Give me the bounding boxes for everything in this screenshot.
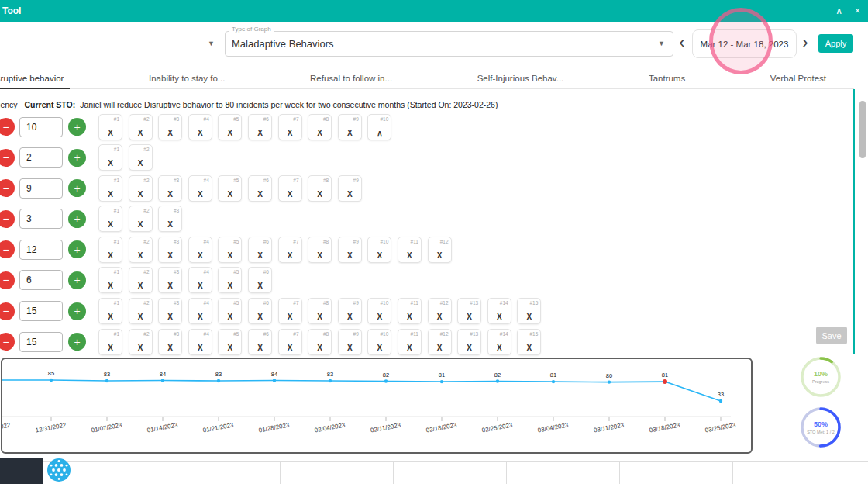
graph-type-select[interactable]: Type of Graph Maladaptive Behaviors ▼ (225, 31, 673, 57)
chart-point[interactable] (496, 379, 499, 382)
incident-card[interactable]: #1X (98, 175, 122, 202)
chart-point[interactable] (217, 379, 220, 382)
increment-button[interactable]: + (68, 240, 86, 258)
incident-card[interactable]: #8X (308, 329, 332, 355)
chart-point[interactable] (329, 379, 332, 382)
increment-button[interactable]: + (68, 149, 86, 167)
decrement-button[interactable]: − (0, 179, 15, 197)
incident-card[interactable]: #6X (248, 329, 272, 355)
chart-point[interactable] (552, 380, 555, 383)
incident-card[interactable]: #3X (158, 237, 182, 263)
incident-card[interactable]: #10∧ (367, 114, 391, 140)
chart-point[interactable] (161, 379, 164, 382)
incident-card[interactable]: #1X (98, 206, 122, 232)
chart-point[interactable] (719, 399, 722, 403)
incident-card[interactable]: #10X (367, 237, 391, 263)
chart-point-highlighted[interactable] (663, 379, 667, 384)
incident-card[interactable]: #4X (188, 298, 212, 324)
incident-card[interactable]: #5X (218, 329, 242, 355)
incident-card[interactable]: #12X (428, 298, 452, 324)
incident-card[interactable]: #3X (158, 206, 182, 232)
save-button[interactable]: Save (816, 327, 847, 344)
incident-card[interactable]: #14X (487, 329, 512, 355)
decrement-button[interactable]: − (0, 210, 15, 228)
chevron-down-icon[interactable]: ▼ (208, 40, 215, 47)
incident-card[interactable]: #4X (188, 237, 212, 263)
incident-card[interactable]: #6X (248, 237, 272, 263)
incident-card[interactable]: #7X (278, 175, 302, 202)
count-input[interactable] (19, 332, 63, 352)
incident-card[interactable]: #7X (278, 329, 302, 355)
chart-point[interactable] (273, 379, 276, 382)
incident-card[interactable]: #9X (338, 114, 362, 140)
incident-card[interactable]: #1X (98, 237, 122, 263)
incident-card[interactable]: #6X (248, 267, 272, 293)
increment-button[interactable]: + (68, 271, 86, 289)
increment-button[interactable]: + (68, 333, 86, 351)
incident-card[interactable]: #7X (278, 114, 302, 140)
incident-card[interactable]: #8X (308, 114, 332, 140)
decrement-button[interactable]: − (0, 149, 15, 167)
incident-card[interactable]: #8X (308, 175, 332, 202)
incident-card[interactable]: #8X (308, 298, 332, 324)
decrement-button[interactable]: − (0, 118, 15, 136)
incident-card[interactable]: #7X (278, 298, 302, 324)
incident-card[interactable]: #9X (338, 329, 362, 355)
incident-card[interactable]: #5X (218, 267, 242, 293)
incident-card[interactable]: #5X (218, 114, 242, 140)
chart-point[interactable] (608, 380, 611, 383)
incident-card[interactable]: #2X (129, 267, 153, 293)
incident-card[interactable]: #13X (457, 298, 481, 324)
incident-card[interactable]: #13X (457, 329, 481, 355)
increment-button[interactable]: + (68, 302, 86, 320)
tab-inability-to-stay-fo[interactable]: Inability to stay fo... (143, 68, 231, 89)
incident-card[interactable]: #6X (248, 175, 272, 202)
count-input[interactable] (19, 270, 63, 290)
incident-card[interactable]: #2X (129, 114, 153, 140)
increment-button[interactable]: + (68, 118, 86, 136)
incident-card[interactable]: #3X (158, 329, 182, 355)
incident-card[interactable]: #11X (398, 298, 422, 324)
incident-card[interactable]: #2X (129, 298, 153, 324)
incident-card[interactable]: #1X (98, 329, 122, 355)
incident-card[interactable]: #2X (129, 206, 153, 232)
apply-button[interactable]: Apply (818, 34, 853, 53)
incident-card[interactable]: #4X (188, 175, 212, 202)
incident-card[interactable]: #3X (158, 114, 182, 140)
count-input[interactable] (19, 147, 63, 168)
incident-card[interactable]: #5X (218, 175, 242, 202)
close-icon[interactable]: × (855, 6, 860, 16)
incident-card[interactable]: #4X (188, 329, 212, 355)
incident-card[interactable]: #1X (98, 144, 122, 171)
vertical-scrollbar[interactable] (859, 101, 866, 158)
chart-point[interactable] (384, 379, 388, 382)
tab-tantrums[interactable]: Tantrums (642, 68, 691, 89)
incident-card[interactable]: #3X (158, 298, 182, 324)
incident-card[interactable]: #2X (129, 175, 153, 202)
incident-card[interactable]: #15X (517, 298, 541, 324)
incident-card[interactable]: #9X (338, 298, 362, 324)
date-range-input[interactable]: Mar 12 - Mar 18, 2023 (692, 29, 797, 58)
incident-card[interactable]: #10X (367, 329, 391, 355)
incident-card[interactable]: #11X (398, 237, 422, 263)
incident-card[interactable]: #15X (517, 329, 541, 355)
incident-card[interactable]: #4X (188, 267, 212, 293)
decrement-button[interactable]: − (0, 240, 15, 258)
incident-card[interactable]: #9X (338, 237, 362, 263)
incident-card[interactable]: #8X (308, 237, 332, 263)
decrement-button[interactable]: − (0, 271, 15, 289)
chart-point[interactable] (50, 379, 53, 382)
incident-card[interactable]: #10X (367, 298, 391, 324)
count-input[interactable] (19, 209, 63, 229)
chart-point[interactable] (105, 379, 108, 382)
decrement-button[interactable]: − (0, 333, 15, 351)
tab-disruptive-behavior[interactable]: Disruptive behavior (0, 68, 70, 89)
incident-card[interactable]: #3X (158, 175, 182, 202)
incident-card[interactable]: #1X (98, 298, 122, 324)
incident-card[interactable]: #5X (218, 298, 242, 324)
count-input[interactable] (19, 240, 63, 260)
count-input[interactable] (19, 301, 63, 321)
tab-verbal-protest[interactable]: Verbal Protest (764, 68, 832, 89)
collapse-icon[interactable]: ∧ (835, 6, 842, 16)
count-input[interactable] (19, 117, 63, 137)
